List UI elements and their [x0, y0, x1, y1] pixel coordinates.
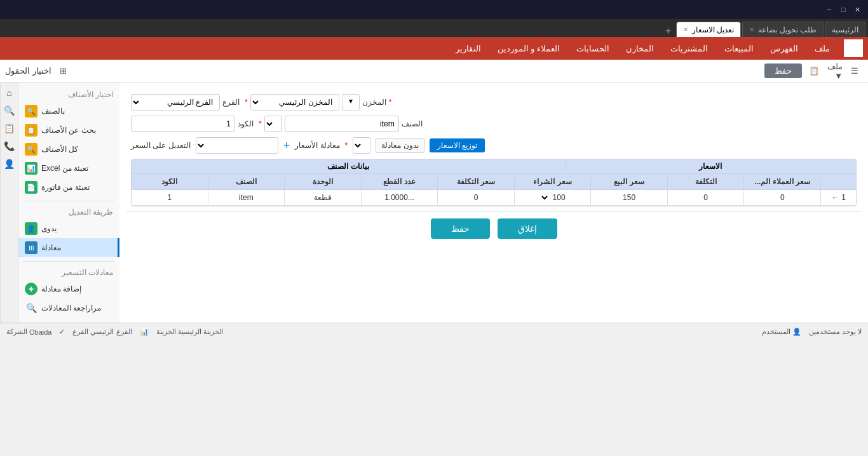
row-cost[interactable]: 0	[667, 190, 744, 205]
row-buy-cost[interactable]: 0	[437, 190, 514, 205]
col-header-buy-price: سعر الشراء	[514, 174, 591, 189]
col-header-unit: الوحدة	[284, 174, 361, 189]
col-header-qty: عدد القطع	[361, 174, 438, 189]
sidebar-item-search[interactable]: بحث عن الأصناف 📋	[18, 121, 119, 140]
method-equation[interactable]: معادلة ⊞	[18, 238, 119, 257]
status-main-branch: الفرع الرئيسي الفرع	[72, 328, 132, 336]
nav-search-icon[interactable]: 🔍	[2, 103, 17, 118]
sidebar-item-all[interactable]: كل الأصناف 🔍	[18, 140, 119, 159]
file-dropdown[interactable]: ملف ▼	[826, 63, 843, 79]
warehouse-select[interactable]: المخزن الرئيسي	[250, 94, 339, 111]
form-section: * المخزن الرئيسي ▾ المخزن * الفرع الرئيس…	[126, 89, 862, 211]
item-row: * ▾ الصنف الكود	[131, 116, 857, 132]
add-tab-button[interactable]: +	[661, 25, 675, 37]
title-bar: ✕ □ −	[0, 0, 868, 19]
warehouse-label: المخزن	[362, 98, 386, 107]
sidebar-item-by-item[interactable]: بالصنف 🔍	[18, 102, 119, 121]
save-toolbar-button[interactable]: حفظ	[764, 64, 802, 78]
row-qty[interactable]: ...1.0000	[361, 190, 438, 205]
equation-icon: ⊞	[25, 241, 37, 254]
menu-item-purchases[interactable]: المشتريات	[663, 41, 715, 56]
manual-icon: 👤	[25, 222, 37, 235]
col-header-cost: التكلفة	[667, 174, 744, 189]
menu-icon[interactable]: ☰	[846, 63, 863, 79]
menu-item-sales[interactable]: المبيعات	[717, 41, 761, 56]
sidebar-item-excel[interactable]: تعبئة من Excel 📊	[18, 159, 119, 178]
row-sell-price[interactable]: 150	[590, 190, 667, 205]
menu-item-warehouses[interactable]: المخازن	[618, 41, 661, 56]
excel-icon: 📊	[25, 162, 37, 175]
tab-transfer[interactable]: طلب تحويل بضاعة ✕	[742, 22, 824, 37]
right-sidebar: اختيار الأصناف بالصنف 🔍 بحث عن الأصناف 📋…	[18, 83, 119, 323]
invoice-icon: 📄	[25, 181, 37, 194]
distribute-button[interactable]: توزيع الاسعار	[430, 138, 485, 152]
status-branch-check: ✓	[59, 328, 65, 336]
content-area: * المخزن الرئيسي ▾ المخزن * الفرع الرئيس…	[119, 83, 868, 323]
nav-phone-icon[interactable]: 📞	[2, 138, 17, 154]
warehouse-required2: *	[389, 98, 392, 107]
sidebar-item-invoice[interactable]: تعبئة من فاتورة 📄	[18, 178, 119, 197]
warehouse-required-star: *	[245, 98, 248, 107]
user-icon: 👤	[792, 328, 801, 336]
status-storage-icon: 📊	[140, 328, 149, 336]
menu-item-accounts[interactable]: الحسابات	[569, 41, 617, 56]
save-button-footer[interactable]: حفظ	[431, 218, 490, 239]
title-bar-controls: ✕ □ −	[824, 4, 863, 15]
no-equation-text: بدون معادلة	[376, 138, 424, 153]
nav-user-icon[interactable]: 👤	[2, 156, 17, 171]
col-header-sell-price: سعر البيع	[590, 174, 667, 189]
all-items-icon: 🔍	[25, 143, 37, 156]
menu-item-file[interactable]: ملف	[807, 41, 837, 56]
row-customer-price[interactable]: 0	[743, 190, 820, 205]
tab-edit-prices-close[interactable]: ✕	[683, 26, 688, 33]
nav-list-icon[interactable]: 📋	[2, 121, 17, 136]
item-code-input[interactable]	[131, 116, 235, 132]
data-grid: الاسعار بيانات الصنف سعر العملاء الم... …	[131, 159, 857, 206]
breadcrumb: اختيار الحقول	[5, 66, 51, 76]
buy-price-dropdown[interactable]: ▾	[540, 193, 553, 202]
tabs-bar: الرئيسية طلب تحويل بضاعة ✕ تعديل الاسعار…	[0, 19, 868, 37]
col-header-customer-price: سعر العملاء الم...	[743, 174, 820, 189]
nav-home-icon[interactable]: ⌂	[2, 85, 17, 100]
menu-item-customers[interactable]: العملاء و الموردين	[490, 41, 567, 56]
equation-dropdown[interactable]: ▾	[353, 137, 370, 154]
close-button-footer[interactable]: إغلاق	[498, 218, 557, 239]
tab-edit-prices-label: تعديل الاسعار	[692, 25, 734, 34]
edit-method-title: طريقة التعديل	[18, 205, 119, 219]
select-items-title: اختيار الأصناف	[18, 88, 119, 102]
grid-section-headers: الاسعار بيانات الصنف	[132, 159, 856, 174]
close-button[interactable]: ✕	[851, 4, 863, 15]
branch-select[interactable]: الفرع الرئيسي	[131, 94, 220, 111]
copy-icon[interactable]: 📋	[806, 63, 822, 79]
sidebar-wrapper: اختيار الأصناف بالصنف 🔍 بحث عن الأصناف 📋…	[0, 83, 119, 323]
minimize-button[interactable]: −	[824, 4, 835, 15]
by-item-icon: 🔍	[25, 105, 37, 117]
add-equation-row-btn[interactable]: +	[283, 139, 290, 152]
review-equations-btn[interactable]: مراراجعة المعادلات 🔍	[18, 298, 119, 318]
adjust-label: التعديل على السعر	[131, 141, 191, 150]
maximize-button[interactable]: □	[837, 4, 849, 15]
grid-icon[interactable]: ⊞	[55, 63, 72, 79]
col-header-code: الكود	[132, 174, 208, 189]
row-unit: قطعة	[284, 190, 361, 205]
warehouse-arrow[interactable]: ▾	[342, 94, 360, 111]
branch-field-group: الفرع الرئيسي الفرع	[131, 94, 240, 111]
warehouse-field-group: * المخزن الرئيسي ▾ المخزن *	[245, 94, 391, 111]
branch-warehouse-row: * المخزن الرئيسي ▾ المخزن * الفرع الرئيس…	[131, 94, 857, 111]
method-manual[interactable]: يدوى 👤	[18, 219, 119, 238]
toolbar-right: ☰ ملف ▼ 📋 حفظ	[764, 63, 863, 79]
tab-transfer-close[interactable]: ✕	[749, 26, 754, 33]
menu-item-reports[interactable]: التقارير	[448, 41, 489, 56]
tab-edit-prices[interactable]: تعديل الاسعار ✕	[676, 22, 741, 37]
item-dropdown-arrow[interactable]: ▾	[264, 116, 282, 132]
equation-row: توزيع الاسعار بدون معادلة ▾ * معادلة الأ…	[131, 137, 857, 154]
status-right: لا يوجد مستخدمين 👤 المستخدم	[762, 328, 862, 336]
tab-home[interactable]: الرئيسية	[825, 22, 865, 37]
table-row: 1 ← 0 0 150 100 ▾ 0 ...1.0000 قطعة item …	[132, 190, 856, 206]
add-equation-btn[interactable]: إضافة معادلة +	[18, 279, 119, 298]
review-icon: 🔍	[25, 302, 37, 314]
adjust-select[interactable]	[196, 137, 278, 154]
item-name-field-group: * ▾ الصنف	[259, 116, 423, 132]
item-name-input[interactable]	[285, 116, 399, 132]
menu-item-catalog[interactable]: الفهرس	[763, 41, 806, 56]
